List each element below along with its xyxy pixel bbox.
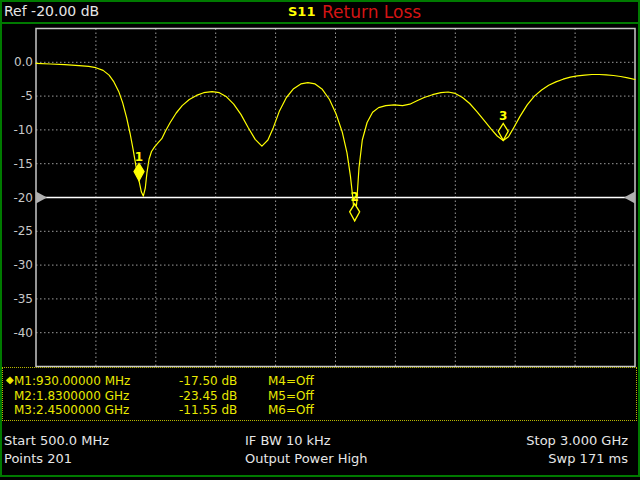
reference-level-triangle-right [624, 192, 635, 204]
sweep-time-readout: Swp 171 ms [548, 451, 628, 466]
marker-table: ◆ M1: 930.00000 MHz -17.50 dB M4=Off M2:… [2, 367, 637, 421]
marker-table-row: ◆ M1: 930.00000 MHz -17.50 dB M4=Off [3, 374, 636, 388]
output-power-readout: Output Power High [245, 451, 368, 466]
marker-number-label: 3 [499, 109, 507, 123]
y-axis-tick-label: -40 [13, 326, 33, 340]
start-frequency-readout: Start 500.0 MHz [4, 433, 109, 448]
status-row: Start 500.0 MHz IF BW 10 kHz Stop 3.000 … [0, 433, 640, 449]
marker-table-row: M2: 1.8300000 GHz -23.45 dB M5=Off [3, 389, 636, 403]
marker-value: -11.55 dB [179, 403, 237, 417]
marker-diamond [350, 204, 360, 221]
marker-value: -17.50 dB [179, 374, 237, 388]
y-axis-tick-label: 0.0 [14, 55, 33, 69]
status-bar: Start 500.0 MHz IF BW 10 kHz Stop 3.000 … [0, 430, 640, 474]
marker-table-row: M3: 2.4500000 GHz -11.55 dB M6=Off [3, 403, 636, 417]
y-axis-tick-label: -25 [13, 224, 33, 238]
marker-frequency: 1.8300000 GHz [36, 389, 129, 403]
vna-screen: Ref -20.00 dB S11 Return Loss 0.0-5-10-1… [0, 0, 640, 480]
marker-number-label: 1 [135, 150, 143, 164]
marker-name: M1: [14, 374, 36, 388]
marker-value: -23.45 dB [179, 389, 237, 403]
y-axis-tick-label: -5 [21, 89, 33, 103]
points-readout: Points 201 [4, 451, 72, 466]
active-marker-diamond-icon: ◆ [6, 374, 14, 385]
y-axis-tick-label: -15 [13, 157, 33, 171]
marker-off-state: M5=Off [268, 389, 314, 403]
marker-off-state: M6=Off [268, 403, 314, 417]
status-row: Points 201 Output Power High Swp 171 ms [0, 451, 640, 467]
marker-name: M2: [14, 389, 36, 403]
reference-level-triangle-left [36, 192, 47, 204]
y-axis-tick-label: -20 [13, 191, 33, 205]
marker-frequency: 930.00000 MHz [36, 374, 130, 388]
y-axis-tick-label: -10 [13, 123, 33, 137]
bottom-border-line [0, 475, 640, 477]
y-axis-tick-label: -35 [13, 292, 33, 306]
y-axis-tick-label: -30 [13, 258, 33, 272]
marker-frequency: 2.4500000 GHz [36, 403, 129, 417]
if-bandwidth-readout: IF BW 10 kHz [245, 433, 331, 448]
marker-name: M3: [14, 403, 36, 417]
stop-frequency-readout: Stop 3.000 GHz [526, 433, 628, 448]
marker-off-state: M4=Off [268, 374, 314, 388]
marker-number-label: 2 [350, 190, 358, 204]
